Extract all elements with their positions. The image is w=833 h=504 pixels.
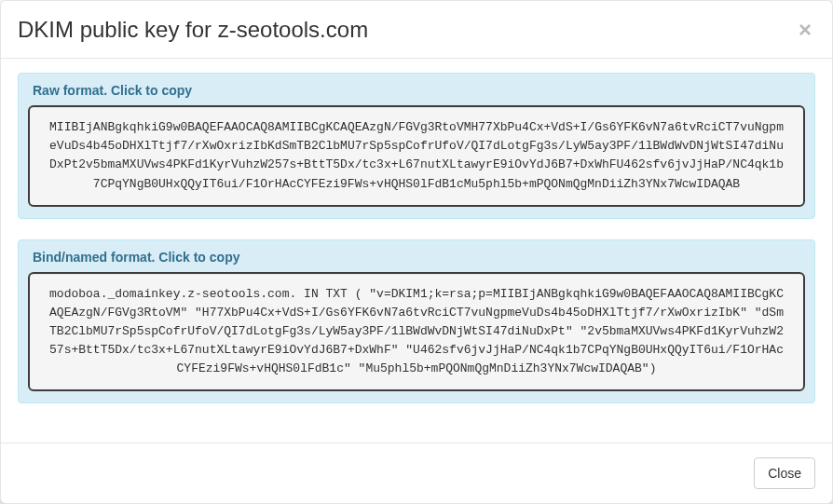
close-icon[interactable]: × bbox=[795, 19, 815, 41]
raw-format-panel: Raw format. Click to copy MIIBIjANBgkqhk… bbox=[18, 73, 815, 219]
dkim-modal: DKIM public key for z-seotools.com × Raw… bbox=[0, 0, 833, 504]
close-button[interactable]: Close bbox=[754, 457, 815, 489]
bind-format-title: Bind/named format. Click to copy bbox=[19, 240, 814, 272]
bind-format-content[interactable]: modoboa._domainkey.z-seotools.com. IN TX… bbox=[28, 272, 805, 392]
modal-header: DKIM public key for z-seotools.com × bbox=[1, 1, 832, 59]
modal-footer: Close bbox=[1, 443, 832, 503]
modal-title: DKIM public key for z-seotools.com bbox=[18, 15, 368, 44]
raw-format-title: Raw format. Click to copy bbox=[19, 74, 814, 105]
raw-format-content[interactable]: MIIBIjANBgkqhkiG9w0BAQEFAAOCAQ8AMIIBCgKC… bbox=[28, 105, 805, 207]
bind-format-panel: Bind/named format. Click to copy modoboa… bbox=[18, 239, 815, 404]
modal-body: Raw format. Click to copy MIIBIjANBgkqhk… bbox=[1, 59, 832, 443]
